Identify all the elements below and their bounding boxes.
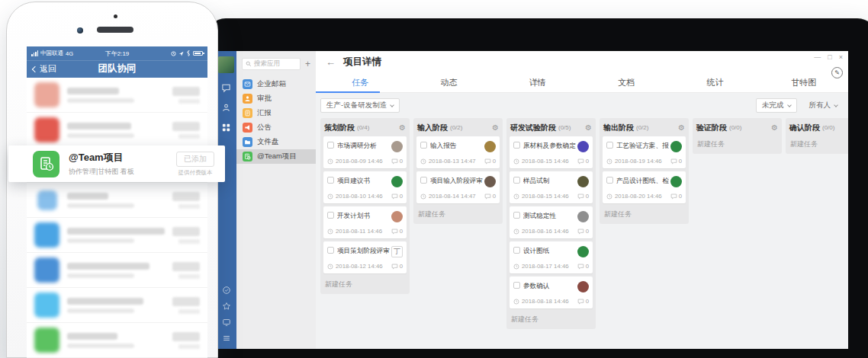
task-card[interactable]: 输入报告2018-08-13 14:470 <box>416 136 500 168</box>
sidebar-app-item[interactable]: 文件盘 <box>236 135 316 149</box>
assignee-avatar <box>484 141 496 152</box>
group-filter-dropdown[interactable]: 生产-设备研发制造 <box>320 98 400 113</box>
task-card[interactable]: 测试稳定性2018-08-16 14:460 <box>510 206 593 238</box>
added-button[interactable]: 已添加 <box>176 152 214 167</box>
task-card[interactable]: 参数确认2018-08-18 14:460 <box>510 276 593 308</box>
add-app-button[interactable]: + <box>305 59 310 69</box>
task-checkbox[interactable] <box>513 177 520 184</box>
task-card[interactable]: 工艺验证方案、报告2018-08-19 14:460 <box>603 136 686 168</box>
task-card[interactable]: 样品试制2018-08-15 14:460 <box>510 171 593 203</box>
sidebar-app-label: 审批 <box>257 94 272 104</box>
back-arrow-icon[interactable]: ← <box>326 56 336 68</box>
star-icon[interactable] <box>222 302 231 311</box>
person-icon <box>243 94 252 104</box>
phone-nav-bar: 返回 团队协同 <box>27 60 207 78</box>
task-checkbox[interactable] <box>606 177 613 184</box>
task-checkbox[interactable] <box>513 142 520 149</box>
report-icon <box>243 108 252 118</box>
task-card[interactable]: 原材料及参数确定2018-08-15 14:460 <box>510 136 593 168</box>
task-checkbox[interactable] <box>327 247 334 254</box>
kanban-board: 生产-设备研发制造 未完成 所有人 策划阶段(0/4)⚙市场调研分析2018-0… <box>316 93 848 349</box>
close-button[interactable]: × <box>839 53 843 61</box>
task-checkbox[interactable] <box>513 212 520 219</box>
chat-icon[interactable] <box>221 83 231 93</box>
new-task-button[interactable]: 新建任务 <box>510 312 593 328</box>
new-task-button[interactable]: 新建任务 <box>789 136 848 152</box>
feature-card[interactable]: @Team项目 协作管理|甘特图 看板 已添加 提供付费版本 <box>8 145 225 182</box>
search-input[interactable]: 搜索应用 <box>242 58 301 70</box>
assignee-avatar <box>670 176 682 187</box>
chevron-down-icon <box>787 103 792 107</box>
status-filter-dropdown[interactable]: 未完成 <box>756 98 797 113</box>
back-button[interactable]: 返回 <box>33 63 56 75</box>
contacts-icon[interactable] <box>221 103 231 113</box>
comment-icon <box>577 299 584 305</box>
chevron-down-icon <box>390 103 394 107</box>
task-date: 2018-08-11 14:46 <box>336 228 382 235</box>
blurred-text <box>67 228 166 243</box>
apps-grid-icon[interactable] <box>221 123 231 133</box>
sidebar-app-item[interactable]: 公告 <box>236 120 316 135</box>
task-checkbox[interactable] <box>327 177 334 184</box>
blurred-action <box>172 192 200 209</box>
column-settings-icon[interactable]: ⚙ <box>678 124 685 132</box>
task-checkbox[interactable] <box>327 212 334 219</box>
list-item[interactable] <box>27 218 207 253</box>
sidebar-app-item[interactable]: 企业邮箱 <box>236 77 316 91</box>
task-card[interactable]: 产品设计图纸、检验规程2018-08-20 14:460 <box>603 171 686 203</box>
list-item[interactable] <box>27 113 207 148</box>
column-settings-icon[interactable]: ⚙ <box>492 124 499 132</box>
list-item[interactable] <box>27 253 207 288</box>
task-checkbox[interactable] <box>606 142 613 149</box>
edit-icon[interactable]: ✎ <box>831 67 843 78</box>
clock-icon <box>513 229 519 235</box>
sidebar-app-item[interactable]: 审批 <box>236 91 316 106</box>
task-date: 2018-08-12 14:46 <box>336 263 383 270</box>
sidebar-app-item[interactable]: 汇报 <box>236 106 316 120</box>
column-settings-icon[interactable]: ⚙ <box>399 124 406 132</box>
task-checkbox[interactable] <box>420 177 427 184</box>
task-checkbox[interactable] <box>327 142 334 149</box>
alarm-icon <box>171 51 176 56</box>
list-item[interactable] <box>27 323 207 358</box>
task-title: 产品设计图纸、检验规程 <box>616 176 669 185</box>
task-title: 开发计划书 <box>337 211 390 220</box>
task-card[interactable]: 开发计划书2018-08-11 14:460 <box>323 206 407 238</box>
task-checkbox[interactable] <box>420 142 427 149</box>
maximize-button[interactable]: □ <box>828 53 831 61</box>
task-card[interactable]: 项目策划阶段评审丁2018-08-12 14:460 <box>323 241 407 273</box>
new-task-button[interactable]: 新建任务 <box>696 136 779 152</box>
task-checkbox[interactable] <box>513 247 520 254</box>
assignee-filter-dropdown[interactable]: 所有人 <box>803 98 844 113</box>
new-task-button[interactable]: 新建任务 <box>323 276 407 292</box>
task-card[interactable]: 市场调研分析2018-08-09 14:460 <box>323 136 407 168</box>
column-settings-icon[interactable]: ⚙ <box>585 124 592 132</box>
task-card[interactable]: 项目建议书2018-08-10 14:460 <box>323 171 407 203</box>
tab-3[interactable]: 详情 <box>493 72 582 92</box>
task-card[interactable]: 项目输入阶段评审2018-08-14 14:470 <box>416 171 500 203</box>
tab-1[interactable]: 任务 <box>316 72 404 92</box>
column-settings-icon[interactable]: ⚙ <box>771 124 778 132</box>
task-title: 市场调研分析 <box>337 141 390 150</box>
tab-4[interactable]: 文档 <box>582 72 670 92</box>
tab-5[interactable]: 统计 <box>670 72 759 92</box>
blurred-action <box>172 227 200 244</box>
todo-check-icon[interactable] <box>222 286 231 295</box>
task-card[interactable]: 设计图纸2018-08-17 14:460 <box>510 241 593 273</box>
minimize-button[interactable]: — <box>814 53 821 61</box>
tab-2[interactable]: 动态 <box>404 72 493 92</box>
assignee-avatar <box>577 246 589 257</box>
new-task-button[interactable]: 新建任务 <box>603 206 686 222</box>
active-tab-underline <box>316 91 380 93</box>
screen-share-icon[interactable] <box>222 318 231 327</box>
sidebar-app-item[interactable]: @Team项目 <box>236 149 316 164</box>
list-item[interactable] <box>27 288 207 323</box>
task-date: 2018-08-19 14:46 <box>615 158 662 165</box>
task-checkbox[interactable] <box>513 282 520 289</box>
menu-icon[interactable] <box>222 334 231 343</box>
new-task-button[interactable]: 新建任务 <box>416 206 500 222</box>
list-item[interactable] <box>27 78 207 113</box>
user-avatar[interactable] <box>218 56 234 73</box>
list-item[interactable] <box>27 183 207 218</box>
nav-rail <box>216 51 236 349</box>
